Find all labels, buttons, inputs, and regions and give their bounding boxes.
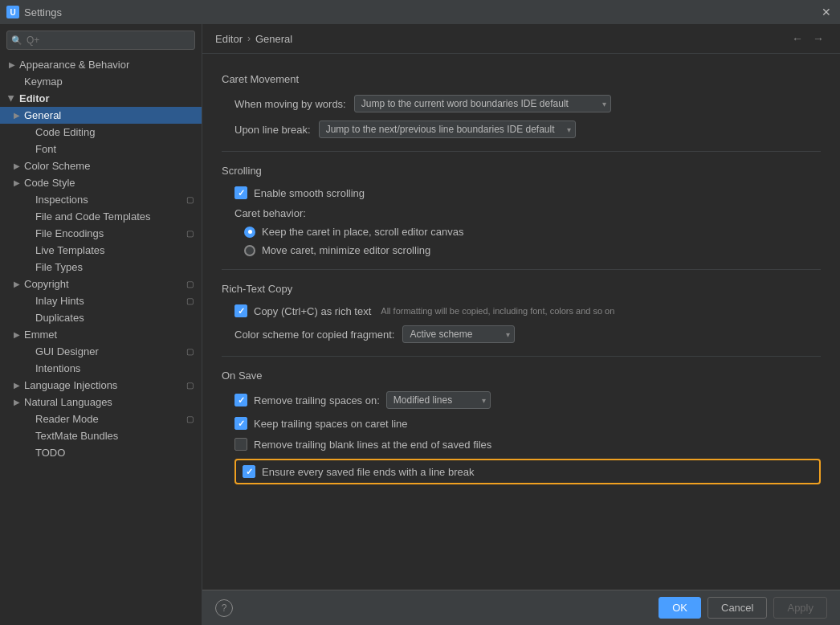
moving-by-words-dropdown-wrap: Jump to the current word boundaries IDE … (354, 95, 611, 112)
title-bar-left: U Settings (6, 6, 62, 18)
sidebar-item-label-todo: TODO (35, 447, 195, 459)
sidebar-item-label-editor: Editor (19, 92, 195, 104)
sidebar-item-font[interactable]: ▶ Font (0, 141, 202, 157)
sidebar-item-code-editing[interactable]: ▶ Code Editing (0, 124, 202, 141)
radio-move-caret-row[interactable]: Move caret, minimize editor scrolling (244, 244, 821, 256)
sidebar-item-label-keymap: Keymap (24, 76, 195, 88)
sidebar-item-keymap[interactable]: ▶ Keymap (0, 73, 202, 90)
sidebar-item-label-copyright: Copyright (24, 278, 181, 290)
main-content: 🔍 ▶ Appearance & Behavior ▶ Keymap ▶ Edi… (0, 24, 840, 625)
sidebar-item-appearance[interactable]: ▶ Appearance & Behavior (0, 56, 202, 73)
sidebar-item-label-file-encodings: File Encodings (35, 227, 181, 239)
color-scheme-dropdown[interactable]: Active scheme (402, 325, 515, 343)
radio-keep-caret[interactable] (244, 227, 255, 238)
scrolling-title: Scrolling (222, 165, 821, 177)
breadcrumb-separator: › (247, 33, 251, 44)
keep-trailing-checkbox[interactable]: ✓ (234, 417, 247, 430)
moving-by-words-dropdown[interactable]: Jump to the current word boundaries IDE … (354, 95, 611, 112)
sidebar-item-general[interactable]: ▶ General (0, 107, 202, 124)
sidebar-item-label-file-code-templates: File and Code Templates (35, 210, 195, 223)
reader-mode-icon: ▢ (184, 414, 195, 425)
sidebar-item-todo[interactable]: ▶ TODO (0, 444, 202, 461)
line-break-dropdown-wrap: Jump to the next/previous line boundarie… (319, 121, 576, 138)
settings-window: U Settings ✕ 🔍 ▶ Appearance & Behavior (0, 0, 840, 625)
remove-blank-lines-row[interactable]: Remove trailing blank lines at the end o… (234, 438, 821, 451)
back-button[interactable]: ← (789, 31, 806, 47)
sidebar-item-copyright[interactable]: ▶ Copyright ▢ (0, 276, 202, 292)
search-input[interactable] (6, 31, 195, 50)
sidebar-item-gui-designer[interactable]: ▶ GUI Designer ▢ (0, 343, 202, 360)
radio-keep-caret-row[interactable]: Keep the caret in place, scroll editor c… (244, 226, 821, 238)
sidebar-item-label-font: Font (35, 143, 195, 155)
ensure-line-break-label: Ensure every saved file ends with a line… (262, 466, 474, 478)
enable-smooth-scrolling-checkbox[interactable]: ✓ (234, 186, 247, 199)
apply-button[interactable]: Apply (773, 597, 827, 619)
sidebar-item-label-duplicates: Duplicates (35, 312, 195, 324)
sidebar-item-file-encodings[interactable]: ▶ File Encodings ▢ (0, 225, 202, 242)
title-text: Settings (24, 6, 62, 18)
caret-behavior-label: Caret behavior: (234, 207, 821, 219)
file-encodings-icon: ▢ (184, 228, 195, 239)
sidebar-item-label-live-templates: Live Templates (35, 244, 195, 256)
sidebar-item-label-gui-designer: GUI Designer (35, 345, 181, 357)
cancel-button[interactable]: Cancel (707, 597, 767, 619)
sidebar-item-duplicates[interactable]: ▶ Duplicates (0, 309, 202, 326)
sidebar-item-language-injections[interactable]: ▶ Language Injections ▢ (0, 377, 202, 394)
sidebar-item-file-types[interactable]: ▶ File Types (0, 259, 202, 276)
expand-arrow-general: ▶ (11, 110, 22, 121)
ensure-line-break-row[interactable]: ✓ Ensure every saved file ends with a li… (234, 459, 821, 484)
sidebar-tree: ▶ Appearance & Behavior ▶ Keymap ▶ Edito… (0, 56, 202, 625)
expand-arrow-natural-languages: ▶ (11, 397, 22, 408)
sidebar-item-file-code-templates[interactable]: ▶ File and Code Templates (0, 208, 202, 225)
ok-button[interactable]: OK (659, 597, 701, 619)
right-panel: Editor › General ← → Caret Movement When… (202, 24, 840, 625)
search-icon: 🔍 (11, 35, 22, 46)
color-scheme-row: Color scheme for copied fragment: Active… (234, 325, 821, 343)
sidebar-item-editor[interactable]: ▶ Editor (0, 90, 202, 107)
remove-blank-lines-label: Remove trailing blank lines at the end o… (254, 439, 491, 451)
ensure-line-break-checkbox[interactable]: ✓ (243, 465, 255, 478)
remove-blank-lines-checkbox[interactable] (234, 438, 247, 451)
sidebar-item-inlay-hints[interactable]: ▶ Inlay Hints ▢ (0, 292, 202, 309)
sidebar-item-reader-mode[interactable]: ▶ Reader Mode ▢ (0, 411, 202, 427)
sidebar-item-emmet[interactable]: ▶ Emmet (0, 326, 202, 343)
sidebar-item-natural-languages[interactable]: ▶ Natural Languages (0, 394, 202, 411)
sidebar-item-live-templates[interactable]: ▶ Live Templates (0, 242, 202, 259)
settings-content: Caret Movement When moving by words: Jum… (202, 54, 840, 590)
sidebar-item-label-inspections: Inspections (35, 194, 181, 206)
remove-trailing-dropdown[interactable]: Modified lines (386, 391, 491, 409)
close-button[interactable]: ✕ (819, 5, 834, 19)
sidebar-item-label-language-injections: Language Injections (24, 379, 181, 391)
inspections-icon: ▢ (184, 194, 195, 206)
enable-smooth-scrolling-row[interactable]: ✓ Enable smooth scrolling (234, 186, 821, 199)
sidebar-item-intentions[interactable]: ▶ Intentions (0, 360, 202, 377)
breadcrumb-nav: ← → (789, 31, 827, 47)
search-box: 🔍 (6, 31, 195, 50)
copyright-icon: ▢ (184, 279, 195, 290)
color-scheme-label: Color scheme for copied fragment: (234, 329, 394, 341)
caret-behavior-section: Caret behavior: Keep the caret in place,… (234, 207, 821, 256)
remove-trailing-checkbox[interactable]: ✓ (234, 394, 247, 406)
copy-as-rich-text-row[interactable]: ✓ Copy (Ctrl+C) as rich text All formatt… (234, 304, 821, 317)
expand-arrow-language-injections: ▶ (11, 380, 22, 391)
sidebar-item-color-scheme[interactable]: ▶ Color Scheme (0, 157, 202, 174)
sidebar-item-label-code-style: Code Style (24, 177, 195, 189)
sidebar-item-label-appearance: Appearance & Behavior (19, 59, 195, 71)
help-button[interactable]: ? (215, 599, 233, 617)
line-break-dropdown[interactable]: Jump to the next/previous line boundarie… (319, 121, 576, 138)
radio-move-caret-label: Move caret, minimize editor scrolling (262, 244, 430, 256)
copy-as-rich-text-checkbox[interactable]: ✓ (234, 304, 247, 317)
remove-trailing-row[interactable]: ✓ Remove trailing spaces on: Modified li… (234, 391, 821, 409)
enable-smooth-scrolling-label: Enable smooth scrolling (254, 187, 365, 199)
sidebar-item-textmate-bundles[interactable]: ▶ TextMate Bundles (0, 427, 202, 444)
radio-move-caret[interactable] (244, 245, 255, 256)
forward-button[interactable]: → (809, 31, 827, 47)
sidebar-item-inspections[interactable]: ▶ Inspections ▢ (0, 191, 202, 208)
footer: ? OK Cancel Apply (202, 590, 840, 625)
breadcrumb-bar: Editor › General ← → (202, 24, 840, 54)
copy-as-rich-text-hint: All formatting will be copied, including… (381, 306, 614, 316)
expand-arrow-appearance: ▶ (6, 59, 18, 71)
keep-trailing-row[interactable]: ✓ Keep trailing spaces on caret line (234, 417, 821, 430)
sidebar-item-code-style[interactable]: ▶ Code Style (0, 174, 202, 191)
sidebar-item-label-color-scheme: Color Scheme (24, 160, 195, 172)
